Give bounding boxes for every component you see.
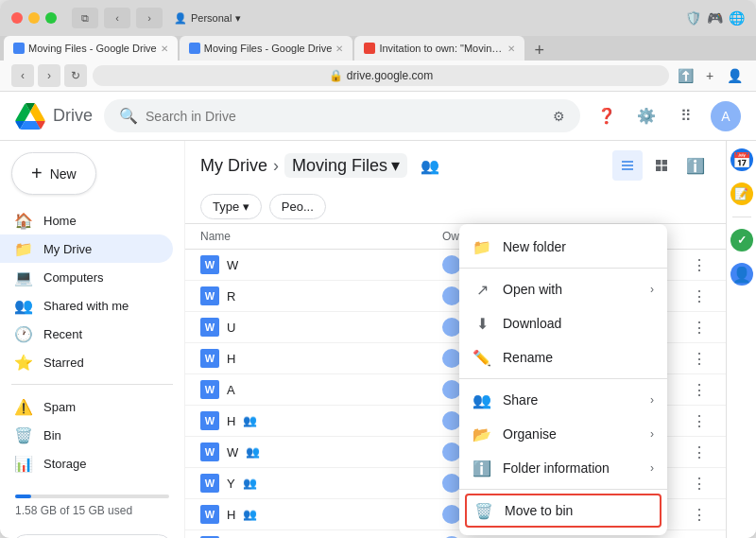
forward-button[interactable]: ›: [136, 8, 163, 28]
bin-icon: 🗑️: [15, 426, 32, 443]
header-more: [688, 230, 711, 243]
search-input[interactable]: [146, 109, 545, 124]
share-label: Share: [503, 392, 538, 408]
tasks-icon[interactable]: ✓: [730, 229, 753, 252]
tab-group-icon[interactable]: ⧉: [72, 8, 98, 28]
svg-rect-5: [656, 166, 661, 171]
menu-item-rename[interactable]: ✏️ Rename: [459, 340, 667, 374]
owner-avatar: [442, 255, 461, 274]
menu-item-move-to-bin[interactable]: 🗑️ Move to bin: [465, 494, 662, 528]
type-filter-button[interactable]: Type ▾: [200, 194, 262, 219]
new-tab-button[interactable]: +: [526, 41, 552, 61]
tab-3[interactable]: Invitation to own: "Moving Files" - ✕: [354, 36, 524, 61]
sidebar-item-home[interactable]: 🏠 Home: [0, 206, 173, 234]
nav-refresh[interactable]: ↻: [64, 64, 87, 87]
info-button[interactable]: ℹ️: [680, 150, 711, 181]
back-button[interactable]: ‹: [104, 8, 130, 28]
grid-view-button[interactable]: [646, 150, 677, 181]
addr-right-icons: ⬆️ + 👤: [675, 65, 745, 86]
more-options-button[interactable]: ⋮: [688, 287, 711, 305]
tab-close-1[interactable]: ✕: [161, 43, 168, 54]
sidebar-item-starred[interactable]: ⭐ Starred: [0, 348, 173, 376]
menu-item-open-with[interactable]: ↗ Open with ›: [459, 272, 667, 306]
info-icon: ℹ️: [472, 459, 491, 477]
more-options-button[interactable]: ⋮: [688, 443, 711, 461]
sidebar: + New 🏠 Home 📁 My Drive 💻 Computers 👥: [0, 141, 185, 538]
help-icon[interactable]: ❓: [592, 101, 622, 131]
drive-logo: Drive: [15, 103, 93, 130]
more-options-button[interactable]: ⋮: [688, 475, 711, 493]
tab-close-2[interactable]: ✕: [335, 43, 343, 54]
folder-name-button[interactable]: Moving Files ▾: [284, 153, 407, 178]
owner-avatar: [442, 443, 461, 461]
calendar-icon[interactable]: 📅: [730, 148, 753, 171]
sidebar-item-shared[interactable]: 👥 Shared with me: [0, 291, 173, 320]
tab-close-3[interactable]: ✕: [507, 43, 515, 54]
lock-icon: 🔒: [329, 69, 343, 82]
sidebar-label-shared: Shared with me: [43, 299, 129, 313]
list-view-button[interactable]: [612, 150, 643, 181]
tab-1[interactable]: Moving Files - Google Drive ✕: [4, 36, 178, 61]
storage-bar-background: [15, 495, 169, 498]
minimize-button[interactable]: [28, 12, 40, 24]
nav-forward[interactable]: ›: [38, 64, 60, 87]
apps-icon[interactable]: ⠿: [671, 101, 701, 131]
menu-item-download[interactable]: ⬇ Download: [459, 306, 667, 340]
new-folder-label: New folder: [503, 239, 566, 254]
extension-icon-1: 🎮: [707, 10, 723, 26]
nav-back[interactable]: ‹: [11, 64, 34, 87]
contacts-icon[interactable]: 👤: [730, 263, 753, 286]
download-label: Download: [503, 316, 561, 331]
sidebar-item-spam[interactable]: ⚠️ Spam: [0, 392, 173, 421]
doc-icon: W: [200, 443, 219, 461]
address-bar[interactable]: 🔒 drive.google.com: [93, 65, 669, 86]
menu-item-organise[interactable]: 📂 Organise ›: [459, 417, 667, 451]
file-name-cell: W R: [200, 286, 442, 305]
tab-2[interactable]: Moving Files - Google Drive ✕: [180, 36, 353, 61]
file-name: W: [227, 445, 238, 460]
extensions-icon[interactable]: +: [699, 65, 720, 86]
user-avatar[interactable]: A: [711, 101, 741, 131]
more-options-button[interactable]: ⋮: [688, 412, 711, 430]
sidebar-label-starred: Starred: [43, 356, 84, 370]
sidebar-item-computers[interactable]: 💻 Computers: [0, 263, 173, 291]
settings-icon[interactable]: ⚙️: [631, 101, 662, 131]
browser-extension-icons: 🛡️ 🎮 🌐: [685, 10, 745, 26]
menu-item-new-folder[interactable]: 📁 New folder: [459, 230, 667, 264]
more-options-button[interactable]: ⋮: [688, 319, 711, 337]
file-name-cell: W H 👥: [200, 411, 442, 430]
more-options-button[interactable]: ⋮: [688, 350, 711, 368]
share-folder-icon[interactable]: 👥: [421, 157, 439, 175]
file-name-cell: W Y 👥: [200, 474, 442, 493]
svg-rect-1: [622, 165, 633, 165]
menu-item-share[interactable]: 👥 Share ›: [459, 383, 667, 417]
bookmark-icon[interactable]: ⬆️: [675, 65, 696, 86]
profile-icon[interactable]: 👤: [724, 65, 745, 86]
chevron-down-icon: ▾: [391, 155, 400, 176]
sidebar-item-recent[interactable]: 🕐 Recent: [0, 320, 173, 348]
sidebar-item-bin[interactable]: 🗑️ Bin: [0, 421, 173, 449]
sidebar-item-storage[interactable]: 📊 Storage: [0, 449, 173, 477]
breadcrumb-my-drive[interactable]: My Drive: [200, 156, 267, 176]
more-options-button[interactable]: ⋮: [688, 256, 711, 274]
tab-favicon-1: [13, 43, 25, 54]
people-filter-button[interactable]: Peo...: [269, 194, 326, 219]
right-panel: 📅 📝 ✓ 👤 +: [726, 141, 756, 538]
new-button[interactable]: + New: [11, 152, 96, 195]
more-options-button[interactable]: ⋮: [688, 506, 711, 524]
toolbar: Type ▾ Peo...: [185, 190, 726, 224]
maximize-button[interactable]: [45, 12, 57, 24]
get-more-storage-button[interactable]: Get more storage: [11, 534, 173, 538]
menu-item-folder-info[interactable]: ℹ️ Folder information ›: [459, 451, 667, 485]
sidebar-item-my-drive[interactable]: 📁 My Drive: [0, 234, 173, 263]
more-options-button[interactable]: ⋮: [688, 381, 711, 399]
filter-icon[interactable]: ⚙: [553, 109, 565, 124]
notes-icon[interactable]: 📝: [730, 182, 753, 205]
storage-bar-fill: [15, 495, 31, 498]
computers-icon: 💻: [15, 269, 32, 286]
search-bar[interactable]: 🔍 ⚙: [104, 99, 580, 132]
sidebar-label-my-drive: My Drive: [43, 242, 92, 256]
shared-badge: 👥: [246, 445, 260, 459]
menu-divider-2: [459, 378, 667, 379]
close-button[interactable]: [11, 12, 23, 24]
